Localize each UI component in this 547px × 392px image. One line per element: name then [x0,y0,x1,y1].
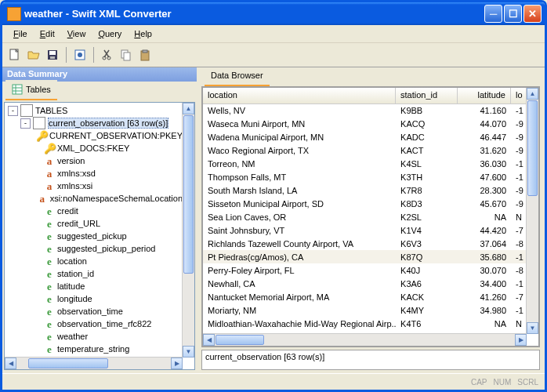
cell-latitude: 30.070 [458,265,512,276]
tree-field-credit[interactable]: ecredit [33,205,183,217]
toolbar-separator [93,47,94,63]
table-row[interactable]: Wadena Municipal Airport, MNKADC46.447-9 [203,130,527,143]
menu-edit[interactable]: Edit [34,27,61,40]
cell-location: Wells, NV [203,105,396,116]
scroll-left-icon[interactable]: ◀ [203,334,215,346]
menu-help[interactable]: Help [128,27,158,40]
tree-vscrollbar[interactable]: ▲ ▼ [182,103,194,358]
cell-location: Sisseton Municipal Airport, SD [203,198,396,209]
col-latitude[interactable]: latitude [458,88,511,103]
scroll-right-icon[interactable]: ▶ [171,358,183,369]
table-row[interactable]: Thompson Falls, MTK3TH47.600-1 [203,170,527,183]
cell-location: Saint Johnsbury, VT [203,225,396,236]
app-window: weather - Swift XML Converter ─ ☐ ✕ File… [0,0,547,392]
close-button[interactable]: ✕ [523,5,542,23]
left-panel: Data Summary Tables -TABLES -current_obs… [2,67,197,370]
collapse-icon[interactable]: - [8,106,18,116]
tree-field-obs-time[interactable]: eobservation_time [33,305,183,318]
path-box: current_observation [63 row(s)] [201,350,540,370]
table-row[interactable]: Richlands Tazewell County Airport, VAK6V… [203,237,527,250]
cell-station: K6V3 [396,238,458,249]
element-icon: e [44,218,55,229]
save-button[interactable] [45,47,60,63]
menu-file[interactable]: File [7,27,34,40]
cell-latitude: 46.447 [458,132,512,143]
grid-header: location station_id latitude lo [203,88,527,104]
minimize-button[interactable]: ─ [484,5,502,23]
tree-field-obs-time-rfc[interactable]: eobservation_time_rfc822 [33,318,183,330]
col-station-id[interactable]: station_id [396,88,458,103]
tab-tables[interactable]: Tables [5,80,57,100]
table-row[interactable]: Sea Lion Caves, ORK2SLNAN [203,210,527,223]
element-icon: e [44,343,55,354]
copy-button[interactable] [118,47,134,63]
maximize-button[interactable]: ☐ [504,5,522,23]
tree-field-station-id[interactable]: estation_id [33,267,183,280]
table-row[interactable]: Newhall, CAK3A634.400-1 [203,277,527,290]
tree-field-pkey[interactable]: 🔑CURRENT_OBSERVATION:PKEY [33,129,183,142]
cell-latitude: 37.064 [458,238,512,249]
scroll-left-icon[interactable]: ◀ [5,358,16,369]
tree-root[interactable]: -TABLES [8,104,183,117]
attribute-icon: a [37,193,48,204]
scroll-up-icon[interactable]: ▲ [183,103,194,114]
menu-view[interactable]: View [61,27,92,40]
grid-vscrollbar[interactable]: ▲ ▼ [526,88,538,334]
tree-hscrollbar[interactable]: ◀ ▶ [5,357,183,369]
col-longitude[interactable]: lo [511,88,527,103]
table-row[interactable]: Pt Piedras(cg/Amos), CAK87Q35.680-1 [203,250,527,263]
tree-field-sugg-pickup-period[interactable]: esuggested_pickup_period [33,242,183,255]
cut-button[interactable] [100,47,115,63]
new-button[interactable] [7,47,23,63]
table-row[interactable]: Perry-Foley Airport, FLK40J30.070-8 [203,263,527,277]
scroll-down-icon[interactable]: ▼ [183,346,194,358]
svg-rect-3 [50,56,55,59]
tree-field-weather[interactable]: eweather [33,330,183,343]
menu-query[interactable]: Query [92,27,128,40]
tree-field-sugg-pickup[interactable]: esuggested_pickup [33,230,183,242]
tree-field-location[interactable]: elocation [33,255,183,267]
tree-field-xmlnsxsi[interactable]: axmlns:xsi [33,180,183,192]
tree-field-temp-string[interactable]: etemperature_string [33,343,183,355]
cell-location: Richlands Tazewell County Airport, VA [203,238,396,249]
cell-longitude: -1 [511,252,527,263]
tree-field-xmlnsxsd[interactable]: axmlns:xsd [33,167,183,180]
scroll-thumb[interactable] [183,115,194,274]
element-icon: e [44,306,55,317]
scroll-thumb[interactable] [216,335,264,345]
tree-field-longitude[interactable]: elongitude [33,292,183,305]
import-button[interactable] [72,47,88,63]
table-row[interactable]: Torreon, NMK4SL36.030-1 [203,157,527,170]
table-row[interactable]: Waseca Muni Airport, MNKACQ44.070-9 [203,117,527,130]
tree-field-credit-url[interactable]: ecredit_URL [33,217,183,230]
table-row[interactable]: Nantucket Memorial Airport, MAKACK41.260… [203,290,527,303]
table-row[interactable]: Saint Johnsbury, VTK1V444.420-7 [203,223,527,237]
tree-table-node[interactable]: -current_observation [63 row(s)] [20,117,183,129]
cell-station: K9BB [396,105,458,116]
collapse-icon[interactable]: - [20,118,31,129]
svg-rect-11 [143,50,147,53]
cell-latitude: 45.670 [458,198,512,209]
open-button[interactable] [26,47,42,63]
paste-button[interactable] [137,47,153,63]
table-row[interactable]: Sisseton Municipal Airport, SDK8D345.670… [203,197,527,210]
grid-hscrollbar[interactable]: ◀ ▶ [203,333,527,346]
scroll-up-icon[interactable]: ▲ [527,88,538,100]
tree-field-fkey[interactable]: 🔑XML_DOCS:FKEY [33,142,183,154]
table-row[interactable]: Wells, NVK9BB41.160-1 [203,103,527,117]
tree-field-latitude[interactable]: elatitude [33,280,183,292]
tree-field-version[interactable]: aversion [33,154,183,167]
cell-longitude: -1 [511,172,527,183]
table-row[interactable]: South Marsh Island, LAK7R828.300-9 [203,183,527,197]
cell-location: Newhall, CA [203,278,396,289]
scroll-thumb[interactable] [28,358,108,368]
col-location[interactable]: location [203,88,396,103]
scroll-right-icon[interactable]: ▶ [515,334,527,346]
tree-field-xsinns[interactable]: axsi:noNamespaceSchemaLocation [33,192,183,205]
table-row[interactable]: Midloathian-Waxahachie Mid-Way Regional … [203,317,527,330]
tab-data-browser[interactable]: Data Browser [205,67,270,86]
table-row[interactable]: Waco Regional Airport, TXKACT31.620-9 [203,143,527,157]
table-row[interactable]: Moriarty, NMK4MY34.980-1 [203,303,527,317]
scroll-down-icon[interactable]: ▼ [527,322,538,334]
scroll-thumb[interactable] [527,100,538,196]
